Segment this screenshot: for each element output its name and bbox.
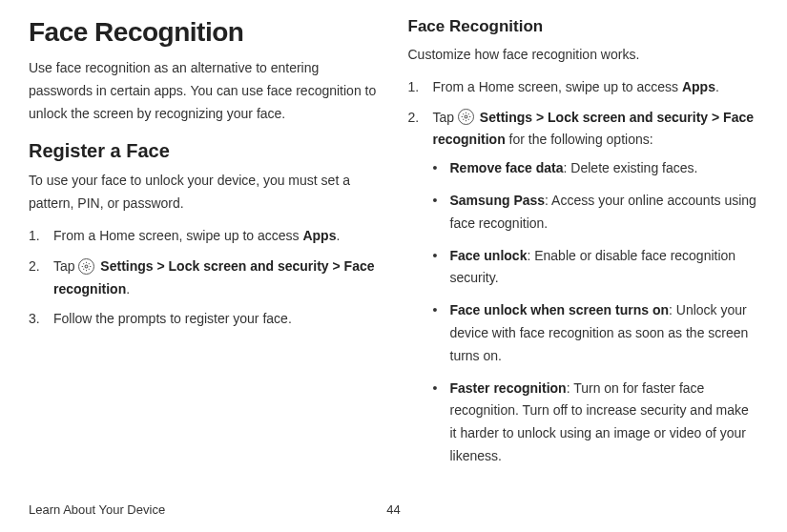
step-text: . (126, 281, 130, 297)
option-label: Face unlock when screen turns on (450, 302, 670, 317)
breadcrumb-sep: > (154, 258, 169, 274)
customize-steps: From a Home screen, swipe up to access A… (408, 76, 759, 468)
option-desc: : Delete existing faces. (564, 160, 698, 175)
step-text: for the following options: (506, 132, 653, 147)
step-text: From a Home screen, swipe up to access (433, 79, 682, 94)
svg-point-1 (465, 115, 467, 118)
step-text: Tap (53, 258, 78, 274)
register-step-1: From a Home screen, swipe up to access A… (29, 225, 380, 248)
intro-text: Use face recognition as an alternative t… (29, 57, 380, 125)
breadcrumb-sep: > (329, 258, 344, 274)
settings-icon (458, 109, 474, 125)
step-text: . (715, 79, 719, 94)
register-intro: To use your face to unlock your device, … (29, 170, 380, 215)
option-label: Face unlock (450, 248, 528, 263)
lock-screen-label: Lock screen and security (548, 110, 708, 125)
register-steps: From a Home screen, swipe up to access A… (29, 225, 380, 331)
left-column: Face Recognition Use face recognition as… (29, 17, 380, 478)
option-label: Remove face data (450, 160, 564, 175)
step-text: Tap (433, 110, 458, 125)
step-text: From a Home screen, swipe up to access (53, 228, 302, 243)
option-label: Faster recognition (450, 380, 567, 396)
svg-point-0 (86, 265, 89, 268)
face-recognition-subheading: Face Recognition (408, 17, 759, 36)
lock-screen-label: Lock screen and security (169, 258, 329, 274)
customize-step-2: Tap Settings > Lock screen and security … (408, 107, 759, 468)
breadcrumb-sep: > (532, 110, 548, 125)
option-face-unlock: Face unlock: Enable or disable face reco… (433, 245, 759, 291)
page-footer: Learn About Your Device 44 (29, 502, 758, 517)
step-text: . (336, 228, 340, 243)
option-face-unlock-screen-on: Face unlock when screen turns on: Unlock… (433, 299, 759, 367)
customize-intro: Customize how face recognition works. (408, 44, 759, 67)
apps-label: Apps (302, 228, 336, 243)
register-step-3: Follow the prompts to register your face… (29, 308, 380, 331)
option-label: Samsung Pass (450, 193, 546, 208)
options-list: Remove face data: Delete existing faces.… (433, 157, 759, 468)
page-title: Face Recognition (29, 17, 380, 48)
settings-icon (78, 258, 94, 275)
register-face-heading: Register a Face (29, 140, 380, 162)
option-faster-recognition: Faster recognition: Turn on for faster f… (433, 378, 759, 468)
register-step-2: Tap Settings > Lock screen and security … (29, 256, 380, 301)
right-column: Face Recognition Customize how face reco… (408, 17, 759, 478)
breadcrumb-sep: > (708, 110, 723, 125)
option-samsung-pass: Samsung Pass: Access your online account… (433, 190, 759, 235)
apps-label: Apps (682, 79, 715, 94)
settings-label: Settings (100, 258, 153, 274)
page-number: 44 (386, 502, 400, 517)
customize-step-1: From a Home screen, swipe up to access A… (408, 76, 759, 99)
option-remove-face-data: Remove face data: Delete existing faces. (433, 157, 759, 180)
step-text: Follow the prompts to register your face… (53, 311, 292, 326)
settings-label: Settings (480, 110, 532, 125)
